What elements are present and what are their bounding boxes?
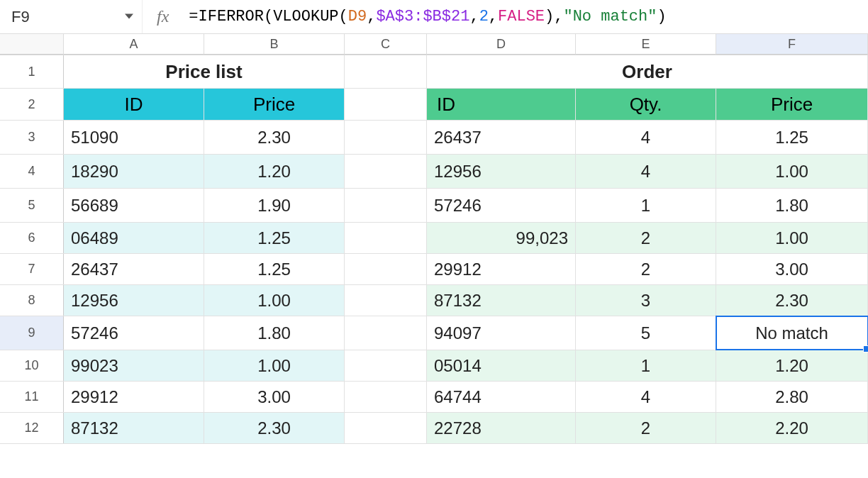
cell-d10[interactable]: 05014 (427, 350, 576, 381)
cell-a12[interactable]: 87132 (64, 413, 204, 443)
cell-a8[interactable]: 12956 (64, 285, 204, 316)
cell-f7[interactable]: 3.00 (716, 254, 868, 284)
cell-c10[interactable] (345, 350, 427, 381)
cell-f5[interactable]: 1.80 (716, 189, 868, 222)
col-header-b[interactable]: B (204, 34, 345, 55)
spreadsheet-grid: A B C D E F 1 Price list Order 2 ID Pric… (0, 34, 868, 444)
cell-c7[interactable] (345, 254, 427, 284)
cell-f10[interactable]: 1.20 (716, 350, 868, 381)
name-box[interactable]: F9 (0, 0, 142, 33)
cell-c5[interactable] (345, 189, 427, 222)
col-header-e[interactable]: E (576, 34, 716, 55)
row-header-10[interactable]: 10 (0, 350, 64, 381)
formula-comma: , (367, 8, 376, 26)
row-header-1[interactable]: 1 (0, 55, 64, 88)
cell-e3[interactable]: 4 (576, 121, 716, 154)
row-header-9[interactable]: 9 (0, 316, 64, 350)
row-header-7[interactable]: 7 (0, 254, 64, 284)
cell-a3[interactable]: 51090 (64, 121, 204, 154)
cell-e6[interactable]: 2 (576, 223, 716, 253)
cell-d4[interactable]: 12956 (427, 155, 576, 188)
cell-f12[interactable]: 2.20 (716, 413, 868, 443)
cell-e5[interactable]: 1 (576, 189, 716, 222)
formula-string: "No match" (563, 8, 657, 26)
row-header-11[interactable]: 11 (0, 382, 64, 412)
col-header-f[interactable]: F (716, 34, 868, 55)
cell-a7[interactable]: 26437 (64, 254, 204, 284)
cell-b11[interactable]: 3.00 (204, 382, 345, 412)
cell-f6[interactable]: 1.00 (716, 223, 868, 253)
cell-c1[interactable] (345, 55, 427, 88)
hdr-id-a[interactable]: ID (64, 89, 204, 120)
hdr-id-d[interactable]: ID (427, 89, 576, 120)
cell-a6[interactable]: 06489 (64, 223, 204, 253)
cell-d11[interactable]: 64744 (427, 382, 576, 412)
cell-c11[interactable] (345, 382, 427, 412)
row-header-4[interactable]: 4 (0, 155, 64, 188)
cell-b9[interactable]: 1.80 (204, 316, 345, 350)
cell-d12[interactable]: 22728 (427, 413, 576, 443)
cell-f3[interactable]: 1.25 (716, 121, 868, 154)
cell-b10[interactable]: 1.00 (204, 350, 345, 381)
cell-f11[interactable]: 2.80 (716, 382, 868, 412)
cell-d8[interactable]: 87132 (427, 285, 576, 316)
formula-comma: , (554, 8, 563, 26)
cell-d5[interactable]: 57246 (427, 189, 576, 222)
cell-c6[interactable] (345, 223, 427, 253)
hdr-price-f[interactable]: Price (716, 89, 868, 120)
cell-f4[interactable]: 1.00 (716, 155, 868, 188)
cell-b4[interactable]: 1.20 (204, 155, 345, 188)
cell-b6[interactable]: 1.25 (204, 223, 345, 253)
row-header-5[interactable]: 5 (0, 189, 64, 222)
row-header-6[interactable]: 6 (0, 223, 64, 253)
row-header-2[interactable]: 2 (0, 89, 64, 120)
cell-e9[interactable]: 5 (576, 316, 716, 350)
cell-c9[interactable] (345, 316, 427, 350)
formula-ref-range: $A$3:$B$21 (376, 8, 469, 26)
cell-d7[interactable]: 29912 (427, 254, 576, 284)
row-header-8[interactable]: 8 (0, 285, 64, 316)
cell-e4[interactable]: 4 (576, 155, 716, 188)
cell-e10[interactable]: 1 (576, 350, 716, 381)
cell-a10[interactable]: 99023 (64, 350, 204, 381)
cell-b12[interactable]: 2.30 (204, 413, 345, 443)
cell-e11[interactable]: 4 (576, 382, 716, 412)
row-9: 9572461.80940975No match (0, 316, 868, 350)
cell-e12[interactable]: 2 (576, 413, 716, 443)
formula-input[interactable]: =IFERROR(VLOOKUP(D9,$A$3:$B$21,2,FALSE),… (189, 8, 666, 26)
cell-a9[interactable]: 57246 (64, 316, 204, 350)
col-header-d[interactable]: D (427, 34, 576, 55)
cell-b7[interactable]: 1.25 (204, 254, 345, 284)
name-box-dropdown-icon[interactable] (125, 11, 133, 23)
cell-d6[interactable]: 99,023 (427, 223, 576, 253)
cell-a5[interactable]: 56689 (64, 189, 204, 222)
row-header-3[interactable]: 3 (0, 121, 64, 154)
order-title[interactable]: Order (427, 55, 868, 88)
cell-b5[interactable]: 1.90 (204, 189, 345, 222)
cell-a4[interactable]: 18290 (64, 155, 204, 188)
select-all-corner[interactable] (0, 34, 64, 55)
cell-e7[interactable]: 2 (576, 254, 716, 284)
col-header-a[interactable]: A (64, 34, 204, 55)
cell-c12[interactable] (345, 413, 427, 443)
row-header-12[interactable]: 12 (0, 413, 64, 443)
cell-c4[interactable] (345, 155, 427, 188)
cell-b3[interactable]: 2.30 (204, 121, 345, 154)
fx-icon[interactable]: fx (142, 0, 189, 33)
formula-false: FALSE (498, 8, 545, 26)
col-header-c[interactable]: C (345, 34, 427, 55)
cell-f9[interactable]: No match (716, 316, 868, 350)
formula-bar: F9 fx =IFERROR(VLOOKUP(D9,$A$3:$B$21,2,F… (0, 0, 868, 34)
price-list-title[interactable]: Price list (64, 55, 345, 88)
cell-d3[interactable]: 26437 (427, 121, 576, 154)
cell-e8[interactable]: 3 (576, 285, 716, 316)
cell-d9[interactable]: 94097 (427, 316, 576, 350)
hdr-price-b[interactable]: Price (204, 89, 345, 120)
cell-c3[interactable] (345, 121, 427, 154)
cell-c8[interactable] (345, 285, 427, 316)
cell-f8[interactable]: 2.30 (716, 285, 868, 316)
cell-c2[interactable] (345, 89, 427, 120)
cell-a11[interactable]: 29912 (64, 382, 204, 412)
cell-b8[interactable]: 1.00 (204, 285, 345, 316)
hdr-qty-e[interactable]: Qty. (576, 89, 716, 120)
